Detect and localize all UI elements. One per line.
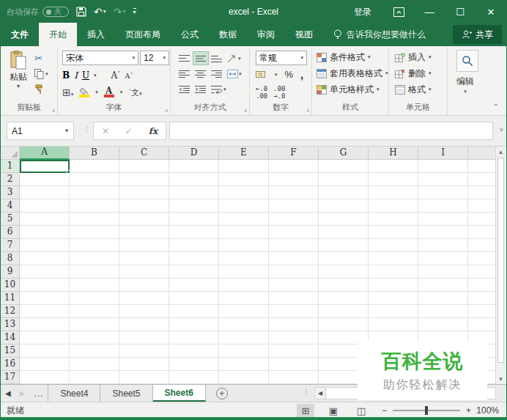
zoom-level[interactable]: 100% xyxy=(476,402,499,419)
cell-e10[interactable] xyxy=(219,279,269,292)
row-header-5[interactable]: 5 xyxy=(1,213,20,226)
cell-a13[interactable] xyxy=(20,318,70,331)
cell-i10[interactable] xyxy=(418,279,468,292)
cell-b4[interactable] xyxy=(70,199,119,213)
cell-e5[interactable] xyxy=(219,213,269,226)
bold-button[interactable]: B xyxy=(62,70,70,81)
cell-g1[interactable] xyxy=(319,160,369,173)
cell-partial-11[interactable] xyxy=(468,292,497,305)
next-sheet-button[interactable]: ▶ xyxy=(20,389,26,397)
cell-e4[interactable] xyxy=(219,199,269,213)
cell-f1[interactable] xyxy=(269,160,319,173)
tell-me-box[interactable]: 告诉我你想要做什么 xyxy=(333,23,426,46)
font-color-dropdown-icon[interactable]: ▾ xyxy=(120,89,123,95)
cell-f17[interactable] xyxy=(269,371,319,384)
cell-partial-9[interactable] xyxy=(468,265,497,279)
cell-c6[interactable] xyxy=(119,226,169,239)
save-button[interactable] xyxy=(76,7,86,17)
scroll-up-icon[interactable]: ▲ xyxy=(496,147,506,157)
font-dialog-launcher[interactable]: ⌟ xyxy=(165,105,168,112)
prev-sheet-button[interactable]: ◀ xyxy=(5,389,11,397)
cell-b8[interactable] xyxy=(70,252,119,265)
select-all-corner[interactable] xyxy=(1,147,20,160)
zoom-slider[interactable] xyxy=(393,410,460,411)
redo-dropdown-icon[interactable]: ▾ xyxy=(122,1,125,23)
scroll-left-icon[interactable]: ◀ xyxy=(315,388,325,399)
cell-b5[interactable] xyxy=(70,213,119,226)
vertical-scrollbar[interactable]: ▲ ▼ xyxy=(495,147,506,384)
cell-d15[interactable] xyxy=(169,345,219,358)
cell-c15[interactable] xyxy=(119,345,169,358)
close-button[interactable]: ✕ xyxy=(475,1,506,23)
undo-button[interactable]: ↶▾ xyxy=(94,1,106,23)
column-header-b[interactable]: B xyxy=(70,147,119,160)
cell-b2[interactable] xyxy=(70,173,119,186)
zoom-out-button[interactable]: − xyxy=(382,405,387,416)
cell-d3[interactable] xyxy=(169,186,219,199)
cell-e2[interactable] xyxy=(219,173,269,186)
cell-e1[interactable] xyxy=(219,160,269,173)
cell-a12[interactable] xyxy=(20,305,70,318)
sign-in-button[interactable]: 登录 xyxy=(342,1,383,23)
cell-a14[interactable] xyxy=(20,331,70,345)
cell-i8[interactable] xyxy=(418,252,468,265)
cell-e7[interactable] xyxy=(219,239,269,252)
merge-dropdown-icon[interactable]: ▾ xyxy=(239,71,242,77)
row-header-15[interactable]: 15 xyxy=(1,345,20,358)
insert-function-button[interactable]: fx xyxy=(149,126,158,136)
cell-g6[interactable] xyxy=(319,226,369,239)
cell-d2[interactable] xyxy=(169,173,219,186)
cell-d13[interactable] xyxy=(169,318,219,331)
cell-e9[interactable] xyxy=(219,265,269,279)
fill-color-button[interactable] xyxy=(79,87,89,97)
format-cells-button[interactable]: 格式▾ xyxy=(389,81,447,97)
font-name-select[interactable]: 宋体 ▾ xyxy=(62,51,138,65)
cancel-button[interactable]: ✕ xyxy=(102,126,109,136)
cell-h2[interactable] xyxy=(369,173,418,186)
paste-dropdown-icon[interactable]: ▼ xyxy=(5,84,32,89)
cell-g5[interactable] xyxy=(319,213,369,226)
cell-c17[interactable] xyxy=(119,371,169,384)
cell-f13[interactable] xyxy=(269,318,319,331)
cell-c11[interactable] xyxy=(119,292,169,305)
cell-h10[interactable] xyxy=(369,279,418,292)
cell-h5[interactable] xyxy=(369,213,418,226)
cell-d11[interactable] xyxy=(169,292,219,305)
cell-h13[interactable] xyxy=(369,318,418,331)
tab-review[interactable]: 审阅 xyxy=(247,23,285,46)
more-sheets-button[interactable]: ... xyxy=(34,388,43,399)
cell-g7[interactable] xyxy=(319,239,369,252)
cell-f5[interactable] xyxy=(269,213,319,226)
cell-a9[interactable] xyxy=(20,265,70,279)
clipboard-dialog-launcher[interactable]: ⌟ xyxy=(52,105,55,112)
percent-style-button[interactable]: % xyxy=(285,69,294,80)
cell-b14[interactable] xyxy=(70,331,119,345)
cell-i6[interactable] xyxy=(418,226,468,239)
new-sheet-button[interactable]: + xyxy=(206,385,238,402)
cell-b17[interactable] xyxy=(70,371,119,384)
cell-partial-4[interactable] xyxy=(468,199,497,213)
share-button[interactable]: 共享 xyxy=(453,25,502,44)
find-select-button[interactable] xyxy=(456,50,478,72)
format-as-table-button[interactable]: 套用表格格式▾ xyxy=(312,65,388,81)
row-header-1[interactable]: 1 xyxy=(1,160,20,173)
cell-partial-12[interactable] xyxy=(468,305,497,318)
row-header-16[interactable]: 16 xyxy=(1,358,20,371)
formula-input[interactable] xyxy=(169,122,493,140)
cell-c7[interactable] xyxy=(119,239,169,252)
cell-g11[interactable] xyxy=(319,292,369,305)
cell-b12[interactable] xyxy=(70,305,119,318)
cell-a17[interactable] xyxy=(20,371,70,384)
cell-partial-2[interactable] xyxy=(468,173,497,186)
cell-i2[interactable] xyxy=(418,173,468,186)
page-layout-view-button[interactable]: ▣ xyxy=(325,404,342,417)
cell-partial-5[interactable] xyxy=(468,213,497,226)
cell-d17[interactable] xyxy=(169,371,219,384)
editing-group-button[interactable]: 编辑 xyxy=(448,75,483,88)
cell-d10[interactable] xyxy=(169,279,219,292)
center-button[interactable] xyxy=(193,67,209,81)
cell-f8[interactable] xyxy=(269,252,319,265)
underline-button[interactable]: U xyxy=(82,70,89,81)
cell-partial-7[interactable] xyxy=(468,239,497,252)
tab-page-layout[interactable]: 页面布局 xyxy=(115,23,171,46)
